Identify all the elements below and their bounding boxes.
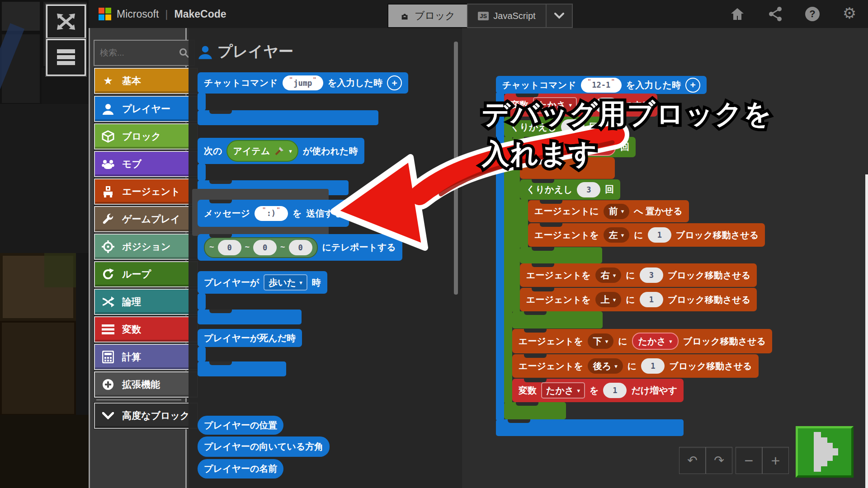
- block-left-bar[interactable]: [198, 347, 206, 362]
- block-text: メッセージ: [204, 207, 250, 220]
- window-scrollbar[interactable]: [865, 174, 868, 488]
- ws-on-chat-command[interactable]: チャットコマンド 12-1 を入力した時 +: [496, 76, 707, 94]
- share-button[interactable]: [768, 6, 783, 22]
- settings-button[interactable]: ⚙: [842, 5, 857, 21]
- game-expand-button[interactable]: [46, 5, 86, 39]
- distance-variable[interactable]: たかさ: [632, 333, 679, 350]
- block-on-player-died[interactable]: プレイヤーが死んだ時: [198, 329, 302, 347]
- chat-command-value[interactable]: 12-1: [581, 78, 622, 93]
- ws-agent-move-down[interactable]: エージェントを 下 に たかさ ブロック移動させる: [512, 329, 772, 353]
- block-left-bar[interactable]: [198, 293, 206, 310]
- distance-input[interactable]: 1: [648, 227, 671, 243]
- gear-icon: ⚙: [843, 4, 856, 22]
- tab-dropdown[interactable]: [546, 4, 573, 28]
- ws-agent-move-up[interactable]: エージェントを 上 に 1 ブロック移動させる: [520, 288, 757, 311]
- category-label: 論理: [122, 296, 141, 308]
- category-agent[interactable]: エージェント: [94, 178, 198, 205]
- block-on-player-walked[interactable]: プレイヤーが 歩いた 時: [198, 271, 327, 294]
- plus-circle-icon[interactable]: +: [685, 78, 700, 93]
- undo-button[interactable]: ↶: [679, 447, 706, 474]
- undo-icon: ↶: [687, 453, 698, 468]
- category-label: ブロック: [122, 130, 161, 143]
- home-icon: [730, 7, 745, 21]
- direction-dropdown[interactable]: 後ろ: [588, 358, 623, 374]
- tab-javascript[interactable]: JS JavaScript: [467, 4, 547, 28]
- plus-circle-icon[interactable]: +: [387, 75, 402, 90]
- category-player[interactable]: プレイヤー: [94, 96, 198, 122]
- robot-icon: [101, 185, 115, 198]
- walk-dropdown[interactable]: 歩いた: [264, 274, 307, 291]
- ws-repeat-outer-arm[interactable]: [504, 402, 566, 419]
- ws-change-variable[interactable]: 変数 たかさ を 1 だけ増やす: [512, 379, 684, 402]
- block-text: 変数: [519, 385, 537, 397]
- ws-agent-move-back[interactable]: エージェントを 後ろ に 1 ブロック移動させる: [512, 354, 759, 378]
- game-menu-button[interactable]: [46, 39, 86, 76]
- play-button[interactable]: [796, 426, 854, 478]
- block-text: エージェントを: [519, 335, 583, 347]
- block-player-orientation[interactable]: プレイヤーの向いている方角: [198, 436, 330, 457]
- category-mobs[interactable]: モブ: [94, 151, 198, 177]
- category-variables[interactable]: 変数: [94, 316, 198, 343]
- y-value[interactable]: 0: [253, 240, 277, 255]
- category-basic[interactable]: ★ 基本: [94, 68, 198, 94]
- loop-icon: [101, 267, 115, 281]
- category-math[interactable]: 計算: [94, 344, 198, 370]
- makecode-window: Microsoft | MakeCode ブロック JS JavaScript: [0, 0, 868, 488]
- ws-repeat-middle-arm[interactable]: [512, 311, 603, 328]
- z-value[interactable]: 0: [289, 240, 312, 255]
- block-text: エージェントを: [526, 294, 591, 306]
- value-input[interactable]: 1: [603, 383, 627, 398]
- category-positions[interactable]: ポジション: [94, 234, 198, 260]
- direction-dropdown[interactable]: 下: [588, 333, 614, 349]
- shovel-item-icon: [274, 145, 285, 157]
- distance-input[interactable]: 3: [640, 267, 663, 283]
- position-input[interactable]: ~0 ~0 ~0: [204, 237, 318, 258]
- block-text: に: [627, 360, 637, 372]
- chevron-down-icon: [554, 13, 564, 19]
- cube-icon: [101, 130, 115, 143]
- redo-button[interactable]: ↷: [706, 447, 732, 474]
- category-label: ポジション: [122, 240, 170, 253]
- tab-blocks[interactable]: ブロック: [387, 4, 468, 28]
- category-logic[interactable]: 論理: [94, 289, 198, 315]
- brand-separator: |: [165, 8, 168, 20]
- block-bottom-arm[interactable]: [198, 310, 302, 324]
- category-label: プレイヤー: [122, 103, 170, 115]
- category-extensions[interactable]: 拡張機能: [94, 371, 198, 398]
- zoom-in-button[interactable]: +: [762, 447, 789, 474]
- zoom-out-button[interactable]: −: [736, 447, 762, 474]
- block-on-chat-command[interactable]: チャットコマンド jump を入力した時 +: [198, 72, 408, 94]
- brand: Microsoft | MakeCode: [99, 0, 226, 28]
- search-box[interactable]: [94, 40, 195, 66]
- category-advanced[interactable]: 高度なブロック: [94, 403, 198, 429]
- share-icon: [769, 7, 782, 21]
- block-player-position[interactable]: プレイヤーの位置: [198, 416, 283, 435]
- block-player-name[interactable]: プレイヤーの名前: [198, 459, 283, 479]
- block-text: を: [590, 385, 599, 397]
- chat-command-value[interactable]: jump: [283, 75, 323, 90]
- block-left-bar[interactable]: [198, 164, 206, 181]
- direction-dropdown[interactable]: 上: [595, 292, 622, 307]
- message-value[interactable]: :): [255, 206, 288, 221]
- item-dropdown[interactable]: アイテム: [226, 140, 298, 162]
- shuffle-icon: [101, 295, 115, 309]
- block-text: ブロック移動させる: [683, 335, 766, 347]
- flyout-header-label: プレイヤー: [217, 42, 293, 62]
- category-gameplay[interactable]: ゲームプレイ: [94, 206, 198, 232]
- block-text: に: [618, 335, 627, 347]
- help-button[interactable]: ?: [805, 6, 820, 22]
- chevron-down-icon: [101, 409, 115, 422]
- distance-input[interactable]: 1: [640, 292, 663, 307]
- variable-dropdown[interactable]: たかさ: [541, 382, 585, 399]
- block-text: プレイヤーの名前: [204, 463, 277, 475]
- x-value[interactable]: 0: [218, 240, 241, 255]
- search-input[interactable]: [99, 47, 179, 58]
- home-button[interactable]: [730, 6, 745, 22]
- block-left-bar[interactable]: [198, 93, 206, 111]
- ws-hat-bottom-arm[interactable]: [496, 419, 684, 436]
- category-loops[interactable]: ループ: [94, 261, 198, 287]
- block-bottom-arm[interactable]: [198, 361, 286, 376]
- block-text: へ 置かせる: [634, 205, 682, 217]
- distance-input[interactable]: 1: [641, 358, 665, 374]
- category-blocks[interactable]: ブロック: [94, 123, 198, 150]
